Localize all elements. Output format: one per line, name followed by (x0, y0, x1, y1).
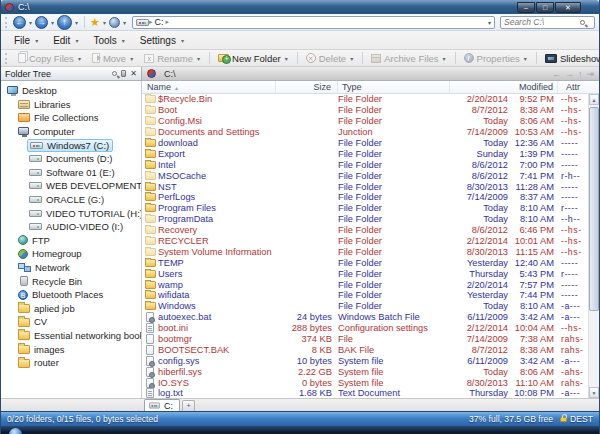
tree-item-video-tutorial-h-[interactable]: VIDEO TUTORIAL (H:) (1, 206, 141, 220)
file-row[interactable]: System Volume Information File Folder 8/… (142, 246, 588, 257)
file-row[interactable]: Users File Folder Thursday 5:43 PM r---- (142, 268, 588, 279)
favorites-star-icon[interactable]: ★ (90, 16, 100, 29)
file-row[interactable]: Export File Folder Sunday 1:39 PM ----- (142, 148, 588, 159)
history-back-icon[interactable]: ← (552, 69, 561, 79)
tree-item-router[interactable]: router (1, 356, 141, 370)
file-row[interactable]: boot.ini 288 bytes Configuration setting… (142, 323, 588, 334)
tree-item-file-collections[interactable]: File Collections (1, 111, 141, 125)
search-input[interactable] (504, 17, 580, 27)
tree-item-ftp[interactable]: FTP (1, 234, 141, 248)
file-row[interactable]: Recovery File Folder 8/6/2012 6:46 PM --… (142, 225, 588, 236)
file-row[interactable]: autoexec.bat 24 bytes Windows Batch File… (142, 312, 588, 323)
favorites-dropdown-icon[interactable]: ▾ (102, 19, 107, 26)
up-button[interactable]: ↑ (57, 15, 72, 30)
file-row[interactable]: Boot File Folder 8/7/2012 8:38 AM --hs- (142, 105, 588, 116)
file-row[interactable]: Windows File Folder Today 8:10 AM -a--- (142, 301, 588, 312)
network-dropdown-icon[interactable]: ▾ (122, 19, 127, 26)
menu-item-edit[interactable]: Edit ▾ (46, 33, 86, 48)
file-row[interactable]: download File Folder Today 12:36 AM ----… (142, 138, 588, 149)
scrollbar-thumb[interactable] (589, 107, 599, 311)
tree-item-aplied-job[interactable]: aplied job (1, 302, 141, 316)
file-row[interactable]: Config.Msi File Folder Today 8:06 AM --h… (142, 116, 588, 127)
file-row[interactable]: log.txt 1.68 KB Text Document Thursday 1… (142, 388, 588, 398)
column-attr[interactable]: Attr (558, 81, 588, 93)
tree-item-homegroup[interactable]: Homegroup (1, 247, 141, 261)
forward-dropdown-icon[interactable]: ▾ (50, 19, 55, 26)
file-row[interactable]: Intel File Folder 8/6/2012 7:00 PM ----- (142, 159, 588, 170)
tree-item-oracle-g-[interactable]: ORACLE (G:) (1, 193, 141, 207)
vertical-scrollbar[interactable]: ▲ ▼ (588, 94, 599, 398)
minimize-button[interactable]: – (517, 2, 535, 13)
file-row[interactable]: TEMP File Folder Yesterday 12:40 AM ----… (142, 257, 588, 268)
file-row[interactable]: $Recycle.Bin File Folder 2/20/2014 9:52 … (142, 94, 588, 105)
maximize-button[interactable]: □ (536, 2, 554, 13)
column-type[interactable]: Type (338, 81, 450, 93)
file-attr: rahs- (558, 378, 588, 388)
file-row[interactable]: IO.SYS 0 bytes System file 8/30/2013 11:… (142, 377, 588, 388)
file-modified-date: 8/30/2013 (450, 378, 508, 388)
tree-item-network[interactable]: Network (1, 261, 141, 275)
column-modified[interactable]: Modified (450, 81, 558, 93)
new-folder-button[interactable]: New Folder ▾ (213, 52, 294, 65)
file-attr: ----- (558, 182, 588, 192)
drive-icon (29, 169, 42, 176)
tree-item-recycle-bin[interactable]: Recycle Bin (1, 274, 141, 288)
search-icon[interactable] (580, 20, 585, 25)
network-globe-icon[interactable] (109, 17, 120, 28)
file-attr: ----- (558, 280, 588, 290)
file-row[interactable]: hiberfil.sys 2.22 GB System file Today 8… (142, 366, 588, 377)
tree-item-web-development-f-[interactable]: WEB DEVELOPMENT (F:) (1, 179, 141, 193)
tree-item-computer[interactable]: Computer (1, 125, 141, 139)
file-row[interactable]: NST File Folder 8/30/2013 11:28 AM ----- (142, 181, 588, 192)
file-row[interactable]: ProgramData File Folder Today 8:10 AM --… (142, 214, 588, 225)
dest-badge[interactable]: DEST (570, 414, 593, 424)
tree-item-documents-d-[interactable]: Documents (D:) (1, 152, 141, 166)
file-row[interactable]: config.sys 10 bytes System file 6/11/200… (142, 355, 588, 366)
breadcrumb[interactable]: C: (154, 17, 163, 27)
menu-item-tools[interactable]: Tools ▾ (86, 33, 132, 48)
file-row[interactable]: wamp File Folder 2/20/2014 7:57 PM ----- (142, 279, 588, 290)
tree-item-images[interactable]: images (1, 342, 141, 356)
back-dropdown-icon[interactable]: ▾ (28, 19, 33, 26)
tree-item-libraries[interactable]: Libraries (1, 98, 141, 112)
tree-search-icon[interactable] (112, 71, 117, 76)
tree-item-audio-video-i-[interactable]: AUDIO-VIDEO (I:) (1, 220, 141, 234)
up-dropdown-icon[interactable]: ▾ (74, 19, 79, 26)
menu-item-settings[interactable]: Settings ▾ (133, 33, 192, 48)
address-bar[interactable]: ▸ C: ▸ ▾ (132, 16, 495, 29)
close-button[interactable]: ✕ (555, 2, 581, 13)
file-row[interactable]: bootmgr 374 KB File 7/14/2009 7:38 AM ra… (142, 334, 588, 345)
file-row[interactable]: RECYCLER File Folder 2/12/2014 10:01 AM … (142, 236, 588, 247)
tree-pin-icon[interactable] (121, 70, 126, 77)
history-forward-icon[interactable]: → (565, 69, 574, 79)
scroll-up-icon[interactable]: ▲ (589, 94, 599, 105)
column-name[interactable]: Name▴ (142, 81, 276, 93)
search-box[interactable] (500, 16, 595, 29)
file-row[interactable]: Program Files File Folder Today 8:10 AM … (142, 203, 588, 214)
tree-item-cv[interactable]: CV (1, 315, 141, 329)
address-dropdown-icon[interactable]: ▾ (488, 19, 491, 26)
scroll-down-icon[interactable]: ▼ (589, 387, 599, 398)
history-last-icon[interactable]: ⇥ (586, 69, 594, 79)
tree-item-windows7-c-[interactable]: Windows7 (C:) (1, 138, 141, 152)
tree-item-desktop[interactable]: Desktop (1, 84, 141, 98)
menu-item-file[interactable]: File ▾ (7, 33, 46, 48)
file-row[interactable]: BOOTSECT.BAK 8 KB BAK File 8/7/2012 8:38… (142, 344, 588, 355)
file-modified-time: 3:42 AM (508, 356, 558, 366)
tree-item-software-01-e-[interactable]: Software 01 (E:) (1, 166, 141, 180)
file-row[interactable]: Documents and Settings Junction 7/14/200… (142, 127, 588, 138)
column-size[interactable]: Size (276, 81, 338, 93)
path-tab[interactable]: C: (144, 399, 180, 411)
forward-button[interactable]: → (35, 16, 48, 29)
file-type: System file (338, 367, 450, 377)
file-row[interactable]: PerfLogs File Folder 7/14/2009 8:37 AM -… (142, 192, 588, 203)
slideshow-button[interactable]: Slideshow (540, 52, 600, 65)
tree-close-icon[interactable]: ✕ (130, 68, 137, 80)
history-up-icon[interactable]: ↑ (578, 69, 583, 79)
tree-item-bluetooth-places[interactable]: B Bluetooth Places (1, 288, 141, 302)
file-row[interactable]: MSOCache File Folder 8/6/2012 7:41 PM r-… (142, 170, 588, 181)
new-tab-button[interactable]: + (182, 400, 195, 411)
tree-item-essential-networking-book[interactable]: Essential networking book (1, 329, 141, 343)
file-row[interactable]: wifidata File Folder Yesterday 7:44 PM -… (142, 290, 588, 301)
back-button[interactable]: ← (13, 16, 26, 29)
